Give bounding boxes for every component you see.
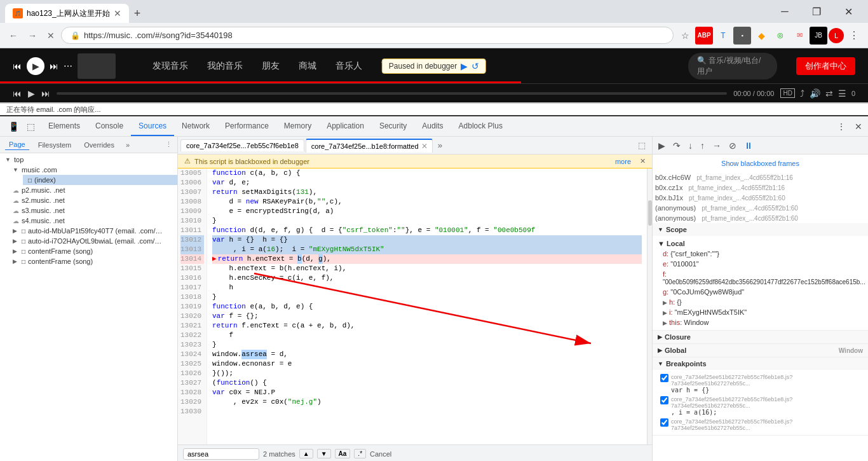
step-out-button[interactable]: ↑ — [697, 139, 708, 153]
scope-local-header[interactable]: ▼ Local — [658, 238, 863, 249]
pause-on-exception-button[interactable]: ⏸ — [741, 139, 756, 153]
search-cancel-button[interactable]: Cancel — [370, 450, 391, 458]
website-prev-btn[interactable]: ⏮ — [13, 61, 22, 71]
website-next-btn[interactable]: ⏭ — [50, 61, 58, 71]
tree-label-music[interactable]: ▼ music .com — [8, 165, 177, 175]
breakpoints-header[interactable]: ▼ Breakpoints — [653, 357, 868, 370]
close-button[interactable]: ✕ — [834, 3, 863, 20]
player-progress[interactable] — [57, 92, 727, 95]
call-stack-item-0[interactable]: b0x.cHc6W pt_frame_index_...4cd655ff2b1:… — [653, 172, 868, 182]
search-input[interactable] — [183, 448, 259, 460]
deactivate-breakpoints-button[interactable]: ⊘ — [726, 139, 740, 153]
nav-mymusic[interactable]: 我的音乐 — [207, 60, 243, 72]
ext-1[interactable]: ▪ — [733, 27, 751, 45]
tab-audits[interactable]: Audits — [414, 116, 451, 136]
player-prev[interactable]: ⏮ — [13, 88, 22, 99]
scope-i[interactable]: ▶ i: "mEXygHtNW5dxT5IK" — [658, 307, 863, 317]
browser-tab-active[interactable]: 🎵 hao123_上网从这里开始 ✕ — [5, 4, 129, 23]
blackbox-more-link[interactable]: more — [615, 158, 631, 165]
volume-icon[interactable]: 🔊 — [810, 88, 820, 99]
step-over-button[interactable]: ↺ — [471, 61, 479, 71]
resume-execution-button[interactable]: ▶ — [655, 139, 668, 153]
devtools-dock-icon[interactable]: ⋮ — [834, 120, 849, 134]
vertical-scrollbar[interactable] — [647, 169, 652, 444]
ext-2[interactable]: ◆ — [752, 27, 770, 45]
source-dock-icon[interactable]: ⬚ — [634, 139, 649, 151]
tab-adblock[interactable]: Adblock Plus — [451, 116, 510, 136]
website-search-bar[interactable]: 🔍 音乐/视频/电台/用户 — [688, 53, 777, 79]
devtools-close-icon[interactable]: ✕ — [851, 120, 865, 134]
list-icon[interactable]: ☰ — [838, 88, 846, 99]
tree-label-p2[interactable]: ☁ p2.music. .net — [8, 185, 177, 195]
resume-button[interactable]: ▶ — [461, 61, 468, 71]
step-into-button[interactable]: ↓ — [685, 139, 696, 153]
source-tab-2-close[interactable]: ✕ — [421, 142, 428, 151]
shuffle-icon[interactable]: ⇄ — [825, 88, 833, 99]
breakpoint-0-checkbox[interactable] — [660, 374, 668, 382]
tree-label-s4[interactable]: ☁ s4.music. .net — [8, 216, 177, 226]
ext-user[interactable]: L — [829, 28, 844, 43]
global-header[interactable]: ▶ Global Window — [653, 344, 868, 357]
tab-console[interactable]: Console — [88, 116, 131, 136]
tree-label-s2[interactable]: ☁ s2.music. .net — [8, 195, 177, 205]
file-tree-tab-filesystem[interactable]: Filesystem — [34, 140, 76, 150]
menu-button[interactable]: ⋮ — [845, 27, 863, 45]
source-tab-2[interactable]: core_7a734ef25e...b1e8:formatted ✕ — [306, 139, 433, 153]
scope-header[interactable]: ▼ Scope — [653, 223, 868, 236]
scope-h[interactable]: ▶ h: {} — [658, 297, 863, 307]
tab-close-button[interactable]: ✕ — [114, 8, 121, 18]
tree-label-index[interactable]: □ (index) — [23, 175, 177, 185]
tree-label-top[interactable]: ▼ top — [0, 155, 177, 165]
ext-jb[interactable]: JB — [810, 27, 827, 45]
minimize-button[interactable]: ─ — [770, 3, 799, 20]
create-btn[interactable]: 创作者中心 — [796, 57, 855, 75]
tab-application[interactable]: Application — [319, 116, 372, 136]
tree-label-auto2[interactable]: ▶ □ auto-id-i7O2HAyOtL9bwiaL (email. .co… — [8, 236, 177, 246]
reload-button[interactable]: ✕ — [43, 27, 58, 45]
file-tree-more-icon[interactable]: » — [126, 141, 130, 149]
new-tab-button[interactable]: + — [129, 4, 146, 23]
breakpoint-1-checkbox[interactable] — [660, 396, 668, 404]
breakpoint-2-checkbox[interactable] — [660, 418, 668, 427]
tree-label-s3[interactable]: ☁ s3.music. .net — [8, 205, 177, 216]
search-next-button[interactable]: ▼ — [317, 449, 331, 458]
call-stack-item-4[interactable]: (anonymous) pt_frame_index_...4cd655ff2b… — [653, 213, 868, 223]
search-regex-button[interactable]: .* — [354, 449, 366, 458]
tab-network[interactable]: Network — [174, 116, 217, 136]
website-more-btn[interactable]: ⋯ — [64, 61, 72, 71]
call-stack-item-1[interactable]: b0x.cz1x pt_frame_index_...4cd655ff2b1:1… — [653, 182, 868, 193]
quality-icon[interactable]: HD — [780, 88, 794, 98]
tab-memory[interactable]: Memory — [276, 116, 319, 136]
tab-performance[interactable]: Performance — [217, 116, 276, 136]
tab-sources[interactable]: Sources — [131, 116, 174, 136]
call-stack-item-2[interactable]: b0x.bJ1x pt_frame_index_...4cd655ff2b1:6… — [653, 193, 868, 203]
show-blackboxed-frames[interactable]: Show blackboxed frames — [653, 155, 868, 172]
file-tree-tab-overrides[interactable]: Overrides — [80, 140, 118, 150]
maximize-button[interactable]: ❐ — [802, 3, 831, 20]
search-prev-button[interactable]: ▲ — [299, 449, 313, 458]
call-stack-item-3[interactable]: (anonymous) pt_frame_index_...4cd655ff2b… — [653, 203, 868, 213]
ext-3[interactable]: ◎ — [771, 27, 789, 45]
tree-label-auto1[interactable]: ▶ □ auto-id-MbUaP1t59fcy40T7 (email. .co… — [8, 226, 177, 236]
tree-label-cf2[interactable]: ▶ □ contentFrame (song) — [8, 256, 177, 266]
tab-elements[interactable]: Elements — [41, 116, 88, 136]
code-content[interactable]: function c(a, b, c) { var d, e; return s… — [207, 169, 647, 444]
file-tree-settings-icon[interactable]: ⋮ — [165, 141, 172, 149]
source-tab-overflow[interactable]: » — [434, 139, 446, 151]
forward-button[interactable]: → — [24, 27, 41, 45]
player-play[interactable]: ▶ — [28, 88, 35, 99]
nav-discover[interactable]: 发现音乐 — [153, 60, 188, 72]
scroll-thumb[interactable] — [648, 200, 652, 226]
bookmark-button[interactable]: ☆ — [676, 27, 694, 45]
devtools-pick-icon[interactable]: ⬚ — [24, 120, 38, 134]
blackbox-warning-close[interactable]: ✕ — [640, 157, 646, 165]
file-tree-tab-page[interactable]: Page — [5, 139, 29, 150]
devtools-mobile-icon[interactable]: 📱 — [5, 120, 22, 134]
website-play-btn[interactable]: ▶ — [27, 57, 44, 75]
nav-friends[interactable]: 朋友 — [262, 60, 280, 72]
tree-label-cf1[interactable]: ▶ □ contentFrame (song) — [8, 246, 177, 256]
address-bar[interactable]: 🔒 https://music. .com/#/song?id=35440198 — [61, 27, 674, 44]
ext-abp[interactable]: ABP — [695, 27, 713, 45]
nav-musicians[interactable]: 音乐人 — [336, 60, 362, 72]
step-button[interactable]: → — [709, 139, 724, 153]
